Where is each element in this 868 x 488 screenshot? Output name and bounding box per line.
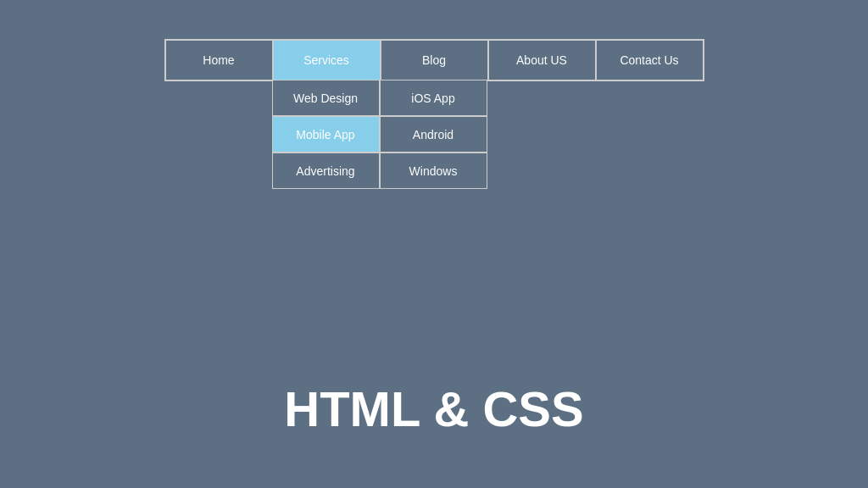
dropdown-ios-app[interactable]: iOS App <box>380 80 487 116</box>
dropdown-advertising[interactable]: Advertising <box>272 152 380 189</box>
dropdown-mobile-app[interactable]: Mobile App <box>272 116 380 152</box>
dropdown-web-design[interactable]: Web Design <box>272 80 380 116</box>
nav-item-home[interactable]: Home <box>165 40 273 80</box>
mobile-submenu: iOS App Android Windows <box>380 80 487 189</box>
navigation-wrapper: Home Services Blog About US Contact Us W… <box>164 39 704 81</box>
services-dropdown: Web Design Mobile App Advertising iOS Ap… <box>272 80 487 189</box>
services-submenu: Web Design Mobile App Advertising <box>272 80 380 189</box>
nav-item-services[interactable]: Services <box>273 40 381 80</box>
dropdown-android[interactable]: Android <box>380 116 487 152</box>
dropdown-windows[interactable]: Windows <box>380 152 487 189</box>
nav-item-blog[interactable]: Blog <box>381 40 488 80</box>
nav-item-contact[interactable]: Contact Us <box>596 40 704 80</box>
nav-item-about[interactable]: About US <box>488 40 596 80</box>
page-title: HTML & CSS <box>284 380 583 437</box>
nav-bar: Home Services Blog About US Contact Us <box>164 39 704 81</box>
